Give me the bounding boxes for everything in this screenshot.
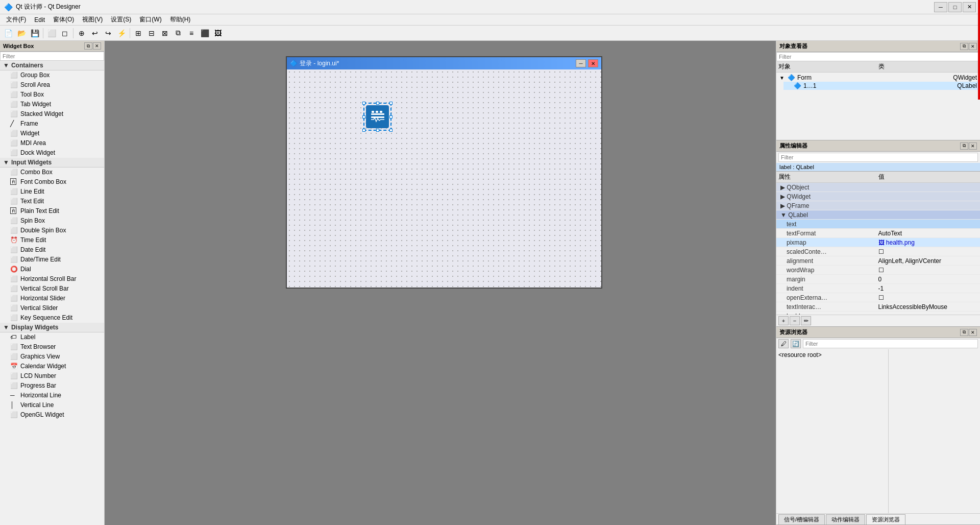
prop-row-openexterna[interactable]: openExterna… ☐ [776, 293, 980, 302]
toolbar-layout2[interactable]: ⊟ [145, 27, 158, 39]
tab-resource-browser[interactable]: 资源浏览器 [866, 514, 905, 524]
menu-settings[interactable]: 设置(S) [107, 14, 135, 25]
prop-row-textinterac[interactable]: textInterac… LinksAccessibleByMouse [776, 302, 980, 312]
prop-row-text[interactable]: text [776, 220, 980, 229]
widget-item-line-edit[interactable]: ⬜ Line Edit [0, 187, 104, 197]
toolbar-open[interactable]: 📂 [15, 27, 28, 39]
prop-row-alignment[interactable]: alignment AlignLeft, AlignVCenter [776, 256, 980, 266]
toolbar-run[interactable]: ⚡ [115, 27, 128, 39]
placed-qlabel-widget[interactable] [363, 103, 391, 131]
widget-item-stacked-widget[interactable]: ⬜ Stacked Widget [0, 109, 104, 119]
prop-group-qwidget[interactable]: ▶ QWidget [776, 192, 980, 201]
handle-top-right[interactable] [389, 102, 393, 105]
menu-view[interactable]: 视图(V) [78, 14, 107, 25]
prop-add-btn[interactable]: + [778, 316, 789, 325]
canvas-area[interactable]: 🔷 登录 - login.ui* ─ ✕ [105, 41, 776, 525]
toolbar-redo[interactable]: ↪ [102, 27, 114, 39]
resource-edit-btn[interactable]: 🖊 [778, 339, 789, 348]
widget-item-lcd-number[interactable]: ⬜ LCD Number [0, 371, 104, 381]
widget-item-font-combo-box[interactable]: 🄰 Font Combo Box [0, 177, 104, 187]
widget-item-graphics-view[interactable]: ⬜ Graphics View [0, 352, 104, 362]
category-input-widgets[interactable]: ▼ Input Widgets [0, 158, 104, 168]
widget-item-opengl-widget[interactable]: ⬜ OpenGL Widget [0, 410, 104, 420]
prop-row-wordwrap[interactable]: wordWrap ☐ [776, 266, 980, 275]
widget-item-widget[interactable]: ⬜ Widget [0, 129, 104, 138]
widget-item-date-edit[interactable]: ⬜ Date Edit [0, 245, 104, 255]
widget-item-v-scroll-bar[interactable]: ⬜ Vertical Scroll Bar [0, 284, 104, 294]
prop-row-scaledconte[interactable]: scaledConte… ☐ [776, 247, 980, 256]
category-display-widgets[interactable]: ▼ Display Widgets [0, 323, 104, 332]
widget-item-datetime-edit[interactable]: ⬜ Date/Time Edit [0, 255, 104, 265]
tree-expand-icon[interactable]: ▼ [779, 75, 786, 81]
widget-item-double-spin-box[interactable]: ⬜ Double Spin Box [0, 226, 104, 235]
handle-bottom-right[interactable] [389, 129, 393, 132]
handle-top-middle[interactable] [376, 102, 379, 105]
prop-filter-input[interactable] [778, 153, 978, 162]
prop-row-pixmap[interactable]: pixmap 🖼 health.png [776, 238, 980, 247]
handle-top-left[interactable] [362, 102, 365, 105]
toolbar-btn4[interactable]: ⬜ [45, 27, 58, 39]
menu-edit[interactable]: Edit [30, 15, 49, 25]
handle-bottom-middle[interactable] [376, 129, 379, 132]
menu-help[interactable]: 帮助(H) [166, 14, 195, 25]
design-window-close[interactable]: ✕ [588, 59, 598, 67]
tab-signal-slot[interactable]: 信号/槽编辑器 [778, 514, 825, 524]
toolbar-select[interactable]: ⊕ [76, 27, 88, 39]
prop-row-margin[interactable]: margin 0 [776, 275, 980, 284]
widget-box-float-btn[interactable]: ⧉ [84, 42, 92, 50]
widget-item-tool-box[interactable]: ⬜ Tool Box [0, 90, 104, 100]
close-button[interactable]: ✕ [963, 2, 976, 12]
widget-item-h-line[interactable]: ─ Horizontal Line [0, 391, 104, 400]
object-inspector-float[interactable]: ⧉ [960, 43, 968, 50]
resource-filter-input[interactable] [803, 339, 978, 348]
widget-item-text-edit[interactable]: ⬜ Text Edit [0, 197, 104, 206]
prop-row-indent[interactable]: indent -1 [776, 284, 980, 293]
widget-item-label[interactable]: 🏷 Label [0, 332, 104, 342]
object-inspector-filter[interactable] [776, 52, 980, 61]
widget-item-key-sequence-edit[interactable]: ⬜ Key Sequence Edit [0, 313, 104, 323]
obj-row-form[interactable]: ▼ 🔷 Form QWidget [777, 74, 979, 82]
toolbar-layout5[interactable]: ≡ [185, 27, 198, 39]
resource-browser-float[interactable]: ⧉ [960, 329, 968, 336]
obj-row-label[interactable]: 🔷 1…1 QLabel [783, 82, 979, 90]
design-canvas[interactable] [287, 69, 601, 288]
category-containers[interactable]: ▼ Containers [0, 61, 104, 70]
widget-item-spin-box[interactable]: ⬜ Spin Box [0, 216, 104, 226]
widget-item-group-box[interactable]: ⬜ Group Box [0, 70, 104, 80]
toolbar-layout6[interactable]: ⬛ [199, 27, 211, 39]
toolbar-undo[interactable]: ↩ [89, 27, 101, 39]
widget-item-combo-box[interactable]: ⬜ Combo Box [0, 168, 104, 177]
resource-browser-close[interactable]: ✕ [969, 329, 977, 336]
menu-file[interactable]: 文件(F) [2, 14, 30, 25]
prop-edit-btn[interactable]: ✏ [801, 316, 811, 325]
widget-item-v-slider[interactable]: ⬜ Vertical Slider [0, 303, 104, 313]
widget-item-v-line[interactable]: │ Vertical Line [0, 400, 104, 410]
prop-remove-btn[interactable]: − [790, 316, 800, 325]
widget-item-time-edit[interactable]: ⏰ Time Edit [0, 235, 104, 245]
widget-item-mdi-area[interactable]: ⬜ MDI Area [0, 138, 104, 148]
object-inspector-close[interactable]: ✕ [969, 43, 977, 50]
toolbar-layout1[interactable]: ⊞ [132, 27, 144, 39]
widget-item-text-browser[interactable]: ⬜ Text Browser [0, 342, 104, 352]
widget-item-scroll-area[interactable]: ⬜ Scroll Area [0, 80, 104, 90]
toolbar-save[interactable]: 💾 [29, 27, 41, 39]
toolbar-preview[interactable]: 🖼 [212, 27, 224, 39]
handle-middle-right[interactable] [389, 115, 393, 118]
widget-item-frame[interactable]: ╱ Frame [0, 119, 104, 129]
menu-window[interactable]: 窗口(W) [135, 14, 165, 25]
widget-item-tab-widget[interactable]: ⬜ Tab Widget [0, 100, 104, 109]
widget-item-dock-widget[interactable]: ⬜ Dock Widget [0, 148, 104, 158]
toolbar-new[interactable]: 📄 [2, 27, 14, 39]
minimize-button[interactable]: ─ [934, 2, 947, 12]
toolbar-btn5[interactable]: ◻ [59, 27, 71, 39]
prop-group-qobject[interactable]: ▶ QObject [776, 183, 980, 192]
widget-box-filter[interactable] [0, 52, 104, 61]
toolbar-layout3[interactable]: ⊠ [159, 27, 171, 39]
design-window-minimize[interactable]: ─ [576, 59, 586, 67]
maximize-button[interactable]: □ [948, 2, 962, 12]
handle-middle-left[interactable] [362, 115, 365, 118]
resource-refresh-btn[interactable]: 🔄 [791, 339, 801, 348]
toolbar-layout4[interactable]: ⧉ [172, 27, 184, 39]
prop-row-textformat[interactable]: textFormat AutoText [776, 229, 980, 238]
prop-editor-float[interactable]: ⧉ [960, 142, 968, 150]
